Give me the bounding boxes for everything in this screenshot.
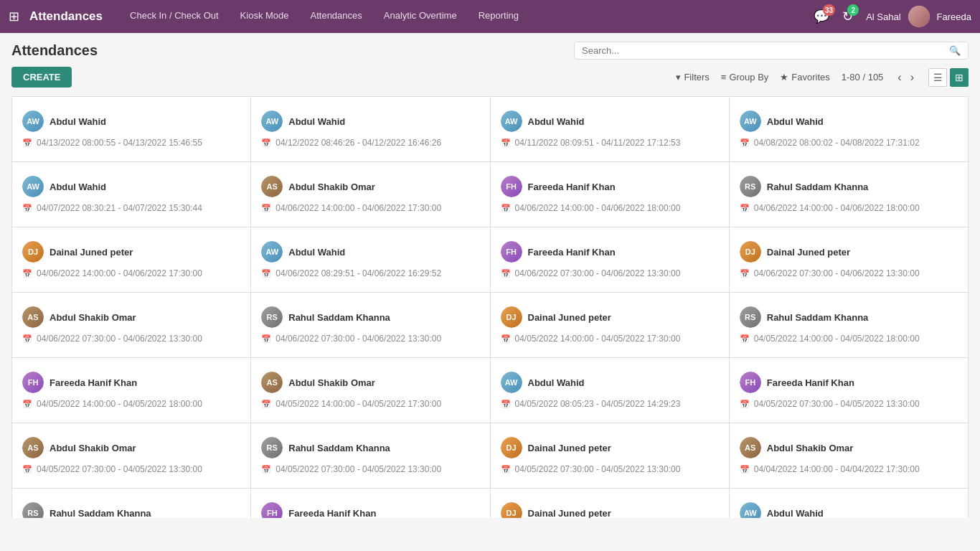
attendance-card[interactable]: AWAbdul Wahid📅04/08/2022 08:00:02 - 04/0… [730, 97, 968, 161]
attendance-card[interactable]: RSRahul Saddam Khanna📅04/05/2022 07:30:0… [251, 423, 489, 488]
attendance-card[interactable]: AWAbdul Wahid📅04/12/2022 08:46:26 - 04/1… [251, 97, 489, 161]
search-icon[interactable]: 🔍 [949, 45, 961, 56]
person-name: Abdul Shakib Omar [767, 443, 854, 453]
attendance-card[interactable]: AWAbdul Wahid📅04/13/2022 08:00:55 - 04/1… [12, 97, 250, 161]
attendance-card[interactable]: ASAbdul Shakib Omar📅04/06/2022 07:30:00 … [12, 293, 250, 357]
person-name: Fareeda Hanif Khan [288, 508, 376, 519]
nav-link-attendances[interactable]: Attendances [301, 0, 372, 33]
card-date-range: 📅04/06/2022 07:30:00 - 04/06/2022 13:30:… [22, 334, 240, 344]
calendar-icon: 📅 [740, 400, 750, 409]
card-date-range: 📅04/04/2022 14:00:00 - 04/04/2022 17:30:… [740, 464, 958, 474]
attendance-card[interactable]: DJDainal Juned peter📅04/06/2022 07:30:00… [730, 227, 968, 292]
calendar-icon: 📅 [22, 465, 32, 474]
calendar-icon: 📅 [501, 334, 511, 344]
person-avatar: AW [261, 241, 283, 263]
grid-view-button[interactable]: ⊞ [950, 68, 969, 87]
person-avatar: AS [261, 372, 283, 393]
nav-link-kiosk[interactable]: Kiosk Mode [230, 0, 299, 33]
messages-badge: 33 [823, 4, 835, 16]
calendar-icon: 📅 [740, 204, 750, 213]
card-date-range: 📅04/11/2022 08:09:51 - 04/11/2022 17:12:… [501, 138, 719, 148]
page-header: Attendances 🔍 [11, 42, 969, 60]
person-avatar: AS [740, 437, 761, 458]
attendance-card[interactable]: FHFareeda Hanif Khan📅04/06/2022 14:00:00… [491, 162, 729, 227]
next-page-button[interactable]: › [908, 71, 917, 84]
attendance-card[interactable]: DJDainal Juned peter📅04/04/2022 14:00:00… [491, 489, 729, 518]
person-name: Fareeda Hanif Khan [528, 182, 616, 192]
attendance-card[interactable]: AWAbdul Wahid📅04/04/2022 08:28:55 - 04/0… [730, 489, 968, 518]
cards-grid: AWAbdul Wahid📅04/13/2022 08:00:55 - 04/1… [11, 96, 969, 518]
grid-menu-icon[interactable]: ⊞ [9, 9, 19, 24]
attendance-card[interactable]: FHFareeda Hanif Khan📅04/06/2022 07:30:00… [491, 227, 729, 292]
view-toggle: ☰ ⊞ [928, 68, 969, 87]
attendance-card[interactable]: ASAbdul Shakib Omar📅04/05/2022 14:00:00 … [251, 358, 489, 423]
nav-link-checkin[interactable]: Check In / Check Out [120, 0, 229, 33]
card-date-range: 📅04/05/2022 14:00:00 - 04/05/2022 17:30:… [261, 399, 479, 409]
person-avatar: FH [740, 372, 761, 393]
toolbar: CREATE ▾ Filters ≡ Group By ★ Favorites … [11, 67, 969, 88]
attendance-card[interactable]: AWAbdul Wahid📅04/07/2022 08:30:21 - 04/0… [12, 162, 250, 227]
app-title: Attendances [29, 9, 103, 24]
attendance-card[interactable]: DJDainal Juned peter📅04/05/2022 07:30:00… [491, 423, 729, 488]
person-name: Abdul Shakib Omar [50, 443, 136, 453]
groupby-icon: ≡ [721, 72, 727, 83]
attendance-card[interactable]: RSRahul Saddam Khanna📅04/06/2022 07:30:0… [251, 293, 489, 357]
search-input[interactable] [582, 45, 949, 56]
attendance-card[interactable]: RSRahul Saddam Khanna📅04/06/2022 14:00:0… [730, 162, 968, 227]
card-date-range: 📅04/06/2022 07:30:00 - 04/06/2022 13:30:… [261, 334, 479, 344]
calendar-icon: 📅 [261, 204, 271, 213]
calendar-icon: 📅 [501, 204, 511, 213]
person-name: Abdul Wahid [767, 508, 824, 519]
attendance-card[interactable]: RSRahul Saddam Khanna📅04/05/2022 14:00:0… [730, 293, 968, 357]
date-text: 04/11/2022 08:09:51 - 04/11/2022 17:12:5… [515, 138, 681, 148]
calendar-icon: 📅 [22, 334, 32, 344]
username-label[interactable]: Al Sahal [866, 11, 900, 22]
updates-button[interactable]: ↻ 2 [842, 9, 853, 24]
date-text: 04/06/2022 07:30:00 - 04/06/2022 13:30:0… [515, 268, 681, 278]
attendance-card[interactable]: AWAbdul Wahid📅04/05/2022 08:05:23 - 04/0… [491, 358, 729, 423]
person-avatar: AW [501, 372, 522, 393]
person-avatar: AS [261, 176, 283, 197]
attendance-card[interactable]: RSRahul Saddam Khanna📅04/04/2022 14:00:0… [12, 489, 250, 518]
filters-button[interactable]: ▾ Filters [676, 72, 709, 83]
date-text: 04/08/2022 08:00:02 - 04/08/2022 17:31:0… [754, 138, 920, 148]
person-name: Dainal Juned peter [528, 312, 611, 323]
card-date-range: 📅04/06/2022 14:00:00 - 04/06/2022 17:30:… [22, 268, 240, 278]
filter-icon: ▾ [676, 72, 681, 83]
calendar-icon: 📅 [22, 400, 32, 409]
attendance-card[interactable]: DJDainal Juned peter📅04/05/2022 14:00:00… [491, 293, 729, 357]
person-avatar: AS [22, 306, 44, 328]
attendance-card[interactable]: AWAbdul Wahid📅04/11/2022 08:09:51 - 04/1… [491, 97, 729, 161]
cards-scroll-container[interactable]: AWAbdul Wahid📅04/13/2022 08:00:55 - 04/1… [11, 96, 969, 518]
attendance-card[interactable]: ASAbdul Shakib Omar📅04/05/2022 07:30:00 … [12, 423, 250, 488]
person-avatar: FH [261, 502, 283, 518]
user-avatar[interactable] [908, 6, 930, 27]
person-name: Dainal Juned peter [528, 508, 611, 519]
groupby-button[interactable]: ≡ Group By [721, 72, 769, 83]
person-avatar: RS [261, 306, 283, 328]
person-name: Dainal Juned peter [528, 443, 611, 453]
nav-link-reporting[interactable]: Reporting [468, 0, 529, 33]
attendance-card[interactable]: FHFareeda Hanif Khan📅04/05/2022 07:30:00… [730, 358, 968, 423]
date-text: 04/05/2022 08:05:23 - 04/05/2022 14:29:2… [515, 399, 681, 409]
messages-button[interactable]: 💬 33 [814, 9, 829, 24]
attendance-card[interactable]: ASAbdul Shakib Omar📅04/04/2022 14:00:00 … [730, 423, 968, 488]
create-button[interactable]: CREATE [11, 67, 72, 88]
list-view-button[interactable]: ☰ [928, 68, 947, 87]
person-name: Abdul Wahid [767, 116, 824, 127]
person-avatar: AW [740, 502, 761, 518]
attendance-card[interactable]: DJDainal Juned peter📅04/06/2022 14:00:00… [12, 227, 250, 292]
username2-label[interactable]: Fareeda [937, 11, 971, 22]
favorites-button[interactable]: ★ Favorites [780, 72, 829, 83]
attendance-card[interactable]: ASAbdul Shakib Omar📅04/06/2022 14:00:00 … [251, 162, 489, 227]
attendance-card[interactable]: FHFareeda Hanif Khan📅04/04/2022 14:00:00… [251, 489, 489, 518]
date-text: 04/05/2022 14:00:00 - 04/05/2022 17:30:0… [275, 399, 441, 409]
nav-link-analytic[interactable]: Analytic Overtime [374, 0, 467, 33]
card-date-range: 📅04/06/2022 07:30:00 - 04/06/2022 13:30:… [740, 268, 958, 278]
person-name: Abdul Wahid [288, 116, 345, 127]
date-text: 04/05/2022 14:00:00 - 04/05/2022 18:00:0… [37, 399, 202, 409]
attendance-card[interactable]: AWAbdul Wahid📅04/06/2022 08:29:51 - 04/0… [251, 227, 489, 292]
prev-page-button[interactable]: ‹ [895, 71, 904, 84]
date-text: 04/05/2022 07:30:00 - 04/05/2022 13:30:0… [275, 464, 441, 474]
attendance-card[interactable]: FHFareeda Hanif Khan📅04/05/2022 14:00:00… [12, 358, 250, 423]
